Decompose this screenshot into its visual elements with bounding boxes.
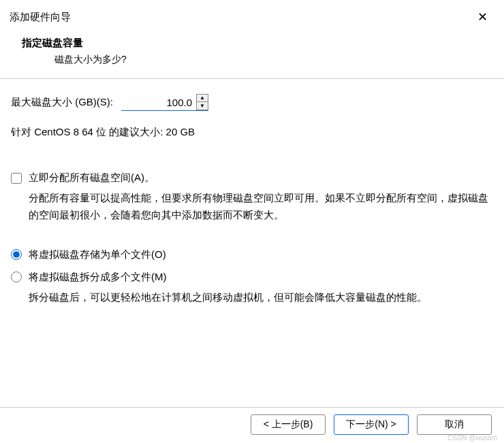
- wizard-header: 指定磁盘容量 磁盘大小为多少?: [0, 33, 504, 78]
- close-icon[interactable]: ✕: [472, 7, 493, 27]
- page-title: 指定磁盘容量: [22, 37, 504, 50]
- disk-size-input[interactable]: [121, 94, 195, 110]
- allocate-now-option[interactable]: 立即分配所有磁盘空间(A)。: [11, 171, 493, 184]
- wizard-footer: < 上一步(B) 下一步(N) > 取消: [0, 407, 504, 443]
- window-title: 添加硬件向导: [10, 11, 71, 24]
- store-split-label: 将虚拟磁盘拆分成多个文件(M): [29, 271, 167, 284]
- allocate-now-label: 立即分配所有磁盘空间(A)。: [29, 171, 155, 184]
- recommended-size-text: 针对 CentOS 8 64 位 的建议大小: 20 GB: [11, 126, 493, 139]
- store-single-label: 将虚拟磁盘存储为单个文件(O): [29, 248, 166, 261]
- store-single-radio[interactable]: [11, 249, 22, 260]
- store-split-radio[interactable]: [11, 272, 22, 282]
- spinner-down-icon[interactable]: ▼: [197, 102, 208, 110]
- store-single-option[interactable]: 将虚拟磁盘存储为单个文件(O): [11, 248, 493, 261]
- allocate-now-checkbox[interactable]: [11, 173, 22, 184]
- store-split-description: 拆分磁盘后，可以更轻松地在计算机之间移动虚拟机，但可能会降低大容量磁盘的性能。: [11, 289, 493, 306]
- disk-size-label: 最大磁盘大小 (GB)(S):: [11, 96, 113, 109]
- spinner-up-icon[interactable]: ▲: [197, 95, 208, 102]
- allocate-now-description: 分配所有容量可以提高性能，但要求所有物理磁盘空间立即可用。如果不立即分配所有空间…: [11, 190, 493, 224]
- cancel-button[interactable]: 取消: [417, 414, 492, 435]
- back-button[interactable]: < 上一步(B): [251, 414, 326, 435]
- page-subtitle: 磁盘大小为多少?: [22, 54, 504, 66]
- storage-mode-group: 将虚拟磁盘存储为单个文件(O) 将虚拟磁盘拆分成多个文件(M) 拆分磁盘后，可以…: [11, 248, 493, 306]
- disk-size-spinner[interactable]: ▲ ▼: [121, 94, 208, 111]
- store-split-option[interactable]: 将虚拟磁盘拆分成多个文件(M): [11, 271, 493, 284]
- next-button[interactable]: 下一步(N) >: [334, 414, 409, 435]
